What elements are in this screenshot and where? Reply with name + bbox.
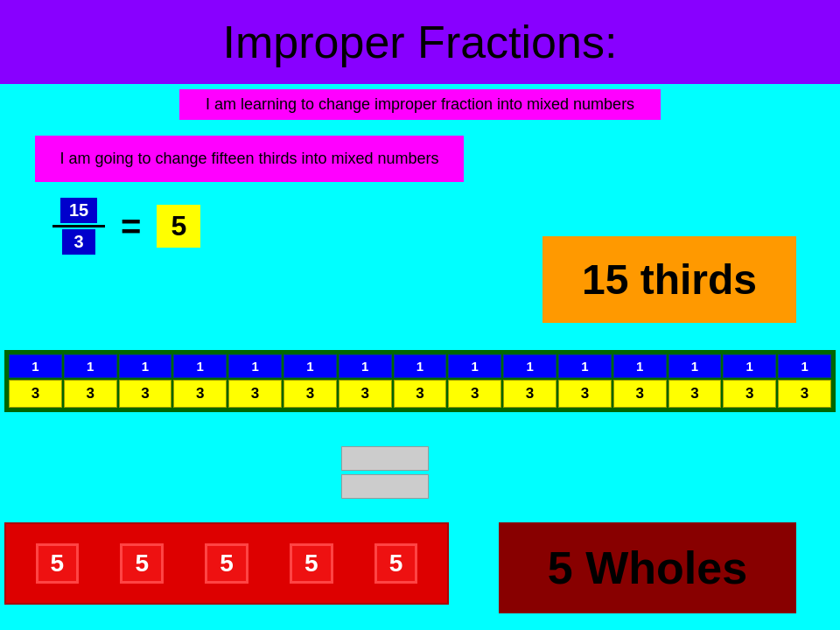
eq-frac-bottom — [341, 474, 429, 499]
tile-top: 1 — [339, 354, 392, 378]
header-banner: Improper Fractions: — [0, 0, 840, 84]
tile-top: 1 — [64, 354, 117, 378]
tile-bottom: 3 — [339, 380, 392, 408]
tile-bottom: 3 — [284, 380, 337, 408]
page-title: Improper Fractions: — [9, 16, 831, 68]
fraction-stack: 15 3 — [52, 198, 105, 255]
tile-bottom: 3 — [394, 380, 447, 408]
tile-top: 1 — [448, 354, 501, 378]
thirds-label: 15 thirds — [542, 236, 796, 323]
tile-bottom: 3 — [9, 380, 62, 408]
eq-frac-top — [341, 446, 429, 471]
learning-objective: I am learning to change improper fractio… — [179, 89, 661, 120]
tile-bottom: 3 — [723, 380, 776, 408]
tile-bottom: 3 — [503, 380, 556, 408]
tile-top: 1 — [394, 354, 447, 378]
tile-top: 1 — [9, 354, 62, 378]
fraction-numerator: 15 — [60, 198, 97, 223]
whole-number: 5 — [290, 543, 333, 584]
tile-top: 1 — [668, 354, 722, 378]
tile-top: 1 — [284, 354, 337, 378]
tiles-top-row: 111111111111111 — [9, 354, 831, 378]
tile-top: 1 — [613, 354, 667, 378]
tile-top: 1 — [173, 354, 227, 378]
fraction-result: 5 — [157, 205, 200, 248]
tiles-container: 111111111111111 333333333333333 — [4, 350, 836, 412]
lo-wrapper: I am learning to change improper fractio… — [0, 89, 840, 120]
wholes-row: 55555 — [4, 522, 449, 605]
tile-top: 1 — [119, 354, 172, 378]
tile-top: 1 — [558, 354, 612, 378]
tile-top: 1 — [723, 354, 776, 378]
tiles-bottom-row: 333333333333333 — [9, 380, 831, 408]
fraction-line — [52, 225, 105, 228]
fraction-denominator: 3 — [62, 229, 95, 255]
tile-bottom: 3 — [613, 380, 667, 408]
tile-bottom: 3 — [119, 380, 172, 408]
tile-bottom: 3 — [173, 380, 227, 408]
tile-bottom: 3 — [778, 380, 831, 408]
wholes-label: 5 Wholes — [499, 522, 796, 613]
tile-bottom: 3 — [64, 380, 117, 408]
tile-top: 1 — [228, 354, 282, 378]
whole-number: 5 — [120, 543, 164, 584]
whole-number: 5 — [374, 543, 418, 584]
description-box: I am going to change fifteen thirds into… — [35, 136, 464, 182]
tile-top: 1 — [778, 354, 831, 378]
whole-number: 5 — [205, 543, 248, 584]
tile-bottom: 3 — [228, 380, 282, 408]
tile-top: 1 — [503, 354, 556, 378]
tile-bottom: 3 — [558, 380, 612, 408]
whole-number: 5 — [36, 543, 80, 584]
equals-sign: = — [121, 209, 141, 244]
equals-fraction — [341, 446, 429, 499]
tile-bottom: 3 — [668, 380, 722, 408]
tile-bottom: 3 — [448, 380, 501, 408]
